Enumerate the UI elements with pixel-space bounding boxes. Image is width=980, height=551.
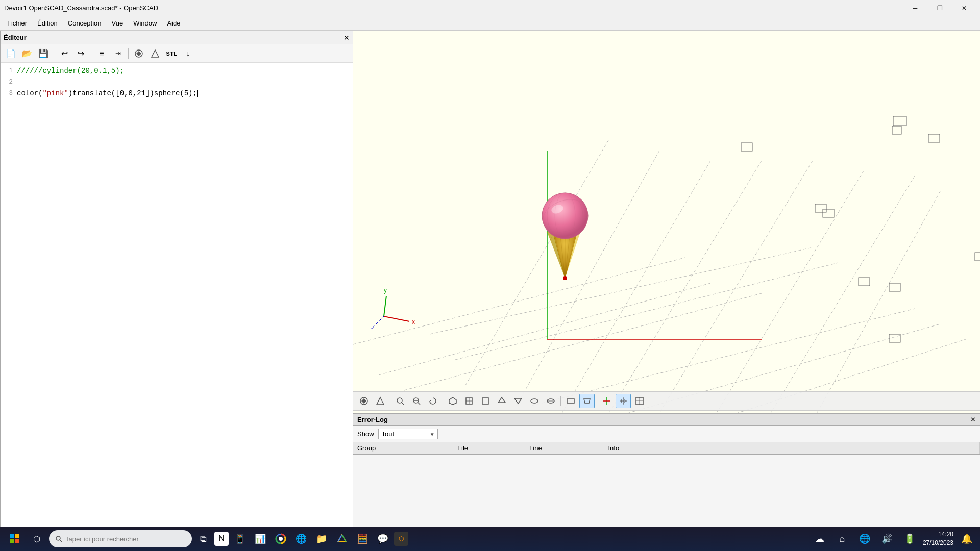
- toolbar-separator-3: [128, 48, 129, 59]
- save-file-button[interactable]: 💾: [36, 47, 51, 60]
- viewport[interactable]: x y: [353, 31, 980, 536]
- svg-line-57: [402, 403, 404, 405]
- indent-button[interactable]: ≡: [94, 47, 109, 60]
- viewport-toolbar: [353, 391, 980, 411]
- vp-sep-4: [597, 396, 597, 406]
- vp-crosshair-btn[interactable]: [616, 394, 631, 408]
- systray-icon[interactable]: ⌂: [833, 529, 851, 549]
- app-icon-1[interactable]: 📊: [251, 529, 270, 549]
- export-button[interactable]: ↓: [181, 47, 195, 60]
- menu-vue[interactable]: Vue: [107, 17, 129, 29]
- calc-icon[interactable]: 🧮: [353, 529, 372, 549]
- render-icon: [151, 49, 160, 58]
- close-button[interactable]: ✕: [952, 0, 976, 16]
- svg-line-59: [418, 403, 420, 405]
- new-file-button[interactable]: 📄: [4, 47, 18, 60]
- vp-persp-btn[interactable]: [579, 394, 595, 408]
- code-editor[interactable]: 1 //////cylinder(20,0.1,5); 2 3 color("p…: [1, 63, 353, 535]
- col-line: Line: [525, 442, 604, 455]
- edge-icon[interactable]: 🌐: [292, 529, 310, 549]
- svg-text:x: x: [412, 318, 415, 325]
- svg-marker-2: [152, 50, 159, 57]
- col-info: Info: [604, 442, 980, 455]
- vp-top-btn[interactable]: [527, 394, 542, 408]
- drive-icon[interactable]: [333, 529, 351, 549]
- col-group: Group: [353, 442, 453, 455]
- svg-point-86: [56, 536, 60, 540]
- start-button[interactable]: [4, 529, 24, 549]
- open-file-button[interactable]: 📂: [20, 47, 34, 60]
- vp-sep-2: [443, 396, 443, 406]
- preview-icon: [134, 49, 143, 58]
- menu-window[interactable]: Window: [128, 17, 162, 29]
- discord-icon[interactable]: 💬: [374, 529, 392, 549]
- vp-zoom-out-btn[interactable]: [409, 394, 424, 408]
- maximize-button[interactable]: ❐: [928, 0, 951, 16]
- vp-left-btn[interactable]: [494, 394, 509, 408]
- svg-point-69: [531, 399, 538, 403]
- clock[interactable]: 14:20 27/10/2023: [923, 530, 953, 547]
- line-content-1: //////cylinder(20,0.1,5);: [17, 67, 351, 75]
- search-input[interactable]: [65, 535, 178, 543]
- vp-view3d-btn[interactable]: [445, 394, 460, 408]
- task-view-button[interactable]: ⬡: [27, 529, 47, 549]
- vp-preview-btn[interactable]: [373, 394, 388, 408]
- taskview-icon[interactable]: ⧉: [194, 529, 212, 549]
- openscad-icon[interactable]: ⬡: [394, 532, 408, 546]
- editor-header: Éditeur ✕: [1, 31, 353, 44]
- cloud-icon[interactable]: ☁: [811, 529, 829, 549]
- title-bar: Devoir1 OpenSCAD_Cassandra.scad* - OpenS…: [0, 0, 980, 16]
- svg-marker-55: [377, 397, 384, 405]
- svg-marker-1: [136, 51, 141, 56]
- show-select[interactable]: Tout Erreurs Avertissements: [378, 429, 438, 439]
- svg-rect-72: [567, 399, 574, 403]
- volume-icon[interactable]: 🔊: [878, 529, 896, 549]
- search-bar[interactable]: [49, 530, 192, 547]
- editor-toolbar: 📄 📂 💾 ↩ ↪ ≡ ⇥ STL ↓: [1, 44, 353, 63]
- code-line-2: 2: [3, 78, 351, 89]
- notion-icon[interactable]: N: [214, 532, 229, 546]
- vp-bottom-btn[interactable]: [543, 394, 558, 408]
- vp-right-btn[interactable]: [510, 394, 526, 408]
- undo-button[interactable]: ↩: [57, 47, 71, 60]
- svg-rect-82: [10, 534, 14, 538]
- vp-ortho-btn[interactable]: [563, 394, 578, 408]
- minimize-button[interactable]: ─: [903, 0, 927, 16]
- menu-fichier[interactable]: Fichier: [2, 17, 32, 29]
- menu-aide[interactable]: Aide: [162, 17, 185, 29]
- preview-button[interactable]: [132, 47, 146, 60]
- vp-grid-btn[interactable]: [632, 394, 647, 408]
- menu-conception[interactable]: Conception: [63, 17, 107, 29]
- files-icon[interactable]: 📁: [312, 529, 331, 549]
- svg-point-56: [397, 398, 402, 403]
- svg-rect-85: [15, 539, 19, 543]
- main-container: Éditeur ✕ 📄 📂 💾 ↩ ↪ ≡ ⇥: [0, 31, 980, 536]
- vp-axes-btn[interactable]: [599, 394, 615, 408]
- menu-bar: Fichier Édition Conception Vue Window Ai…: [0, 16, 980, 31]
- redo-button[interactable]: ↪: [74, 47, 88, 60]
- network-icon[interactable]: 🌐: [855, 529, 874, 549]
- error-log-controls: Show Tout Erreurs Avertissements ▼: [353, 426, 980, 442]
- stl-button[interactable]: STL: [164, 47, 179, 60]
- notifications-icon[interactable]: 🔔: [958, 529, 976, 549]
- battery-icon[interactable]: 🔋: [900, 529, 919, 549]
- chrome-icon[interactable]: [272, 529, 290, 549]
- whatsapp-icon[interactable]: 📱: [231, 529, 249, 549]
- render-button[interactable]: [148, 47, 162, 60]
- svg-point-52: [563, 276, 567, 280]
- vp-render-btn[interactable]: [356, 394, 372, 408]
- vp-reset-btn[interactable]: [425, 394, 440, 408]
- search-icon: [55, 535, 62, 542]
- svg-rect-83: [15, 534, 19, 538]
- menu-edition[interactable]: Édition: [32, 17, 63, 29]
- editor-close-button[interactable]: ✕: [344, 34, 350, 42]
- line-number-2: 2: [3, 78, 17, 86]
- editor-panel: Éditeur ✕ 📄 📂 💾 ↩ ↪ ≡ ⇥: [0, 31, 353, 536]
- vp-zoom-fit-btn[interactable]: [393, 394, 408, 408]
- vp-back-btn[interactable]: [478, 394, 493, 408]
- error-log-close-button[interactable]: ✕: [970, 416, 976, 423]
- svg-marker-61: [430, 399, 431, 401]
- unindent-button[interactable]: ⇥: [111, 47, 125, 60]
- window-title: Devoir1 OpenSCAD_Cassandra.scad* - OpenS…: [4, 4, 158, 12]
- vp-front-btn[interactable]: [461, 394, 477, 408]
